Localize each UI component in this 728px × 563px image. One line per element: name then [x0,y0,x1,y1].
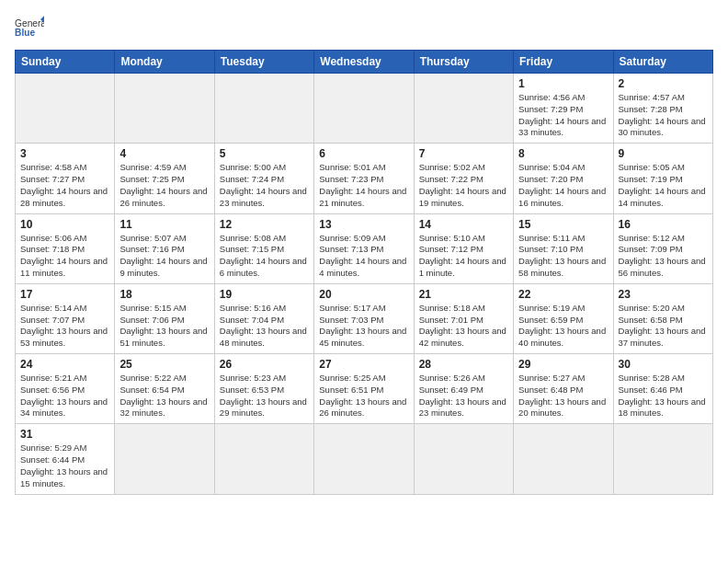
day-number: 7 [419,147,508,160]
day-number: 15 [518,218,608,231]
day-info: Sunrise: 4:59 AM Sunset: 7:25 PM Dayligh… [119,162,209,209]
day-number: 17 [20,288,109,301]
day-number: 28 [419,358,508,371]
day-info: Sunrise: 5:29 AM Sunset: 6:44 PM Dayligh… [20,442,109,489]
calendar-week-2: 3Sunrise: 4:58 AM Sunset: 7:27 PM Daylig… [16,144,713,213]
day-number: 29 [518,358,608,371]
calendar-cell: 26Sunrise: 5:23 AM Sunset: 6:53 PM Dayli… [214,354,313,424]
day-info: Sunrise: 5:17 AM Sunset: 7:03 PM Dayligh… [319,303,408,350]
day-info: Sunrise: 5:01 AM Sunset: 7:23 PM Dayligh… [319,162,408,209]
day-number: 30 [619,358,708,371]
calendar-cell: 17Sunrise: 5:14 AM Sunset: 7:07 PM Dayli… [16,283,115,353]
day-info: Sunrise: 5:04 AM Sunset: 7:20 PM Dayligh… [518,162,608,209]
day-info: Sunrise: 5:07 AM Sunset: 7:16 PM Dayligh… [119,233,209,280]
day-number: 25 [119,358,209,371]
day-number: 27 [319,358,408,371]
calendar-cell [214,424,313,494]
day-number: 4 [119,147,209,160]
weekday-header-thursday: Thursday [414,51,513,74]
day-info: Sunrise: 5:26 AM Sunset: 6:49 PM Dayligh… [419,373,508,419]
day-info: Sunrise: 5:05 AM Sunset: 7:19 PM Dayligh… [619,162,708,209]
day-number: 14 [419,218,508,231]
calendar-cell: 9Sunrise: 5:05 AM Sunset: 7:19 PM Daylig… [613,144,712,213]
svg-text:General: General [15,18,44,29]
calendar-cell: 11Sunrise: 5:07 AM Sunset: 7:16 PM Dayli… [115,213,214,283]
day-number: 23 [619,288,708,301]
calendar-cell: 20Sunrise: 5:17 AM Sunset: 7:03 PM Dayli… [314,283,414,353]
calendar-cell: 3Sunrise: 4:58 AM Sunset: 7:27 PM Daylig… [16,144,115,213]
calendar-cell: 21Sunrise: 5:18 AM Sunset: 7:01 PM Dayli… [414,283,513,353]
calendar-cell: 29Sunrise: 5:27 AM Sunset: 6:48 PM Dayli… [514,354,613,424]
weekday-header-tuesday: Tuesday [214,51,313,74]
day-number: 31 [20,428,109,441]
calendar-cell: 22Sunrise: 5:19 AM Sunset: 6:59 PM Dayli… [514,283,613,353]
calendar-cell: 31Sunrise: 5:29 AM Sunset: 6:44 PM Dayli… [16,424,115,494]
day-info: Sunrise: 5:28 AM Sunset: 6:46 PM Dayligh… [619,373,708,419]
day-info: Sunrise: 5:16 AM Sunset: 7:04 PM Dayligh… [220,303,309,350]
weekday-header-monday: Monday [115,51,214,74]
calendar-cell: 14Sunrise: 5:10 AM Sunset: 7:12 PM Dayli… [414,213,513,283]
calendar-cell: 4Sunrise: 4:59 AM Sunset: 7:25 PM Daylig… [115,144,214,213]
day-info: Sunrise: 5:12 AM Sunset: 7:09 PM Dayligh… [619,233,708,280]
calendar-cell [514,424,613,494]
calendar-cell: 19Sunrise: 5:16 AM Sunset: 7:04 PM Dayli… [214,283,313,353]
calendar-cell: 13Sunrise: 5:09 AM Sunset: 7:13 PM Dayli… [314,213,414,283]
calendar-week-5: 24Sunrise: 5:21 AM Sunset: 6:56 PM Dayli… [16,354,713,424]
calendar-cell: 12Sunrise: 5:08 AM Sunset: 7:15 PM Dayli… [214,213,313,283]
day-number: 19 [220,288,309,301]
calendar-week-6: 31Sunrise: 5:29 AM Sunset: 6:44 PM Dayli… [16,424,713,494]
generalblue-logo-icon: General Blue [15,15,44,40]
calendar-cell: 27Sunrise: 5:25 AM Sunset: 6:51 PM Dayli… [314,354,414,424]
day-info: Sunrise: 4:58 AM Sunset: 7:27 PM Dayligh… [20,162,109,209]
day-info: Sunrise: 5:27 AM Sunset: 6:48 PM Dayligh… [518,373,608,419]
day-number: 16 [619,218,708,231]
day-number: 2 [619,77,708,90]
calendar-cell: 16Sunrise: 5:12 AM Sunset: 7:09 PM Dayli… [613,213,712,283]
day-info: Sunrise: 5:00 AM Sunset: 7:24 PM Dayligh… [220,162,309,209]
calendar-cell [16,74,115,144]
calendar-cell: 2Sunrise: 4:57 AM Sunset: 7:28 PM Daylig… [613,74,712,144]
weekday-header-row: SundayMondayTuesdayWednesdayThursdayFrid… [16,51,713,74]
day-info: Sunrise: 5:09 AM Sunset: 7:13 PM Dayligh… [319,233,408,280]
day-info: Sunrise: 5:14 AM Sunset: 7:07 PM Dayligh… [20,303,109,350]
calendar-cell: 23Sunrise: 5:20 AM Sunset: 6:58 PM Dayli… [613,283,712,353]
calendar-table: SundayMondayTuesdayWednesdayThursdayFrid… [15,50,713,495]
calendar-cell: 10Sunrise: 5:06 AM Sunset: 7:18 PM Dayli… [16,213,115,283]
calendar-cell [414,424,513,494]
day-number: 24 [20,358,109,371]
day-info: Sunrise: 5:21 AM Sunset: 6:56 PM Dayligh… [20,373,109,419]
day-info: Sunrise: 4:56 AM Sunset: 7:29 PM Dayligh… [518,92,608,139]
calendar-cell: 24Sunrise: 5:21 AM Sunset: 6:56 PM Dayli… [16,354,115,424]
calendar-cell: 28Sunrise: 5:26 AM Sunset: 6:49 PM Dayli… [414,354,513,424]
calendar-week-4: 17Sunrise: 5:14 AM Sunset: 7:07 PM Dayli… [16,283,713,353]
day-info: Sunrise: 5:15 AM Sunset: 7:06 PM Dayligh… [119,303,209,350]
day-info: Sunrise: 5:08 AM Sunset: 7:15 PM Dayligh… [220,233,309,280]
calendar-cell [314,424,414,494]
day-number: 22 [518,288,608,301]
logo: General Blue [15,15,44,40]
day-number: 3 [20,147,109,160]
calendar-cell: 8Sunrise: 5:04 AM Sunset: 7:20 PM Daylig… [514,144,613,213]
calendar-cell: 25Sunrise: 5:22 AM Sunset: 6:54 PM Dayli… [115,354,214,424]
day-number: 10 [20,218,109,231]
calendar-cell: 7Sunrise: 5:02 AM Sunset: 7:22 PM Daylig… [414,144,513,213]
calendar-cell [214,74,313,144]
calendar-cell [414,74,513,144]
calendar-week-3: 10Sunrise: 5:06 AM Sunset: 7:18 PM Dayli… [16,213,713,283]
calendar-cell: 1Sunrise: 4:56 AM Sunset: 7:29 PM Daylig… [514,74,613,144]
calendar-cell [115,424,214,494]
day-info: Sunrise: 5:23 AM Sunset: 6:53 PM Dayligh… [220,373,309,419]
svg-text:Blue: Blue [15,28,35,38]
day-number: 13 [319,218,408,231]
day-number: 21 [419,288,508,301]
day-number: 26 [220,358,309,371]
day-info: Sunrise: 4:57 AM Sunset: 7:28 PM Dayligh… [619,92,708,139]
day-info: Sunrise: 5:11 AM Sunset: 7:10 PM Dayligh… [518,233,608,280]
calendar-cell: 6Sunrise: 5:01 AM Sunset: 7:23 PM Daylig… [314,144,414,213]
day-number: 8 [518,147,608,160]
day-info: Sunrise: 5:25 AM Sunset: 6:51 PM Dayligh… [319,373,408,419]
calendar-cell: 15Sunrise: 5:11 AM Sunset: 7:10 PM Dayli… [514,213,613,283]
calendar-cell: 5Sunrise: 5:00 AM Sunset: 7:24 PM Daylig… [214,144,313,213]
day-number: 9 [619,147,708,160]
weekday-header-friday: Friday [514,51,613,74]
